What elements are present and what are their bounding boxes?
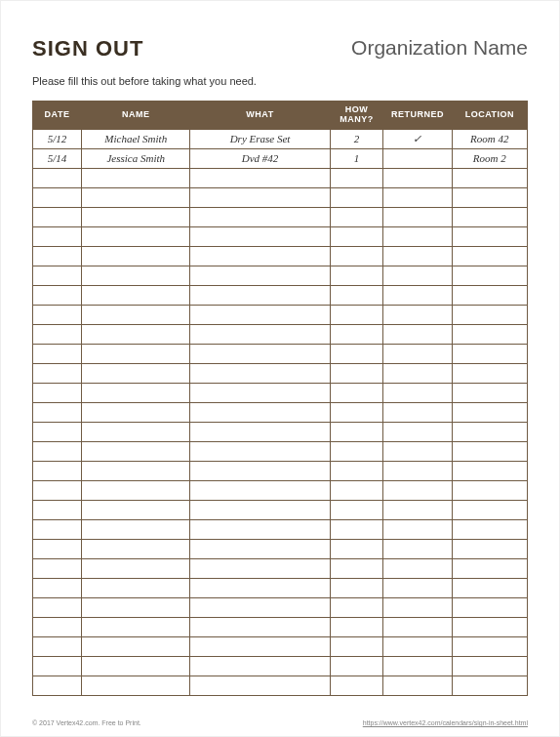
empty-cell bbox=[33, 676, 82, 695]
empty-cell bbox=[33, 187, 82, 207]
empty-cell bbox=[383, 461, 452, 480]
empty-cell bbox=[190, 344, 330, 363]
empty-cell bbox=[383, 617, 452, 636]
cell-returned bbox=[383, 148, 452, 168]
empty-cell bbox=[383, 519, 452, 539]
empty-cell bbox=[452, 578, 527, 597]
empty-cell bbox=[33, 617, 82, 636]
col-header-location: LOCATION bbox=[452, 102, 527, 130]
table-row bbox=[33, 305, 528, 324]
empty-cell bbox=[330, 266, 383, 285]
empty-cell bbox=[383, 285, 452, 305]
empty-cell bbox=[33, 363, 82, 383]
table-row bbox=[33, 500, 528, 519]
empty-cell bbox=[33, 168, 82, 187]
table-row bbox=[33, 539, 528, 558]
table-row bbox=[33, 480, 528, 500]
col-header-name: NAME bbox=[82, 102, 190, 130]
empty-cell bbox=[82, 305, 190, 324]
empty-cell bbox=[82, 676, 190, 695]
table-row bbox=[33, 422, 528, 441]
empty-cell bbox=[452, 226, 527, 246]
empty-cell bbox=[190, 383, 330, 402]
empty-cell bbox=[190, 246, 330, 266]
empty-cell bbox=[33, 226, 82, 246]
table-row bbox=[33, 519, 528, 539]
empty-cell bbox=[33, 461, 82, 480]
empty-cell bbox=[452, 422, 527, 441]
empty-cell bbox=[82, 461, 190, 480]
empty-cell bbox=[330, 344, 383, 363]
empty-cell bbox=[190, 187, 330, 207]
empty-cell bbox=[33, 305, 82, 324]
empty-cell bbox=[383, 578, 452, 597]
empty-cell bbox=[190, 441, 330, 461]
empty-cell bbox=[330, 558, 383, 578]
col-header-date: DATE bbox=[33, 102, 82, 130]
empty-cell bbox=[330, 422, 383, 441]
footer: © 2017 Vertex42.com. Free to Print. http… bbox=[32, 719, 528, 726]
empty-cell bbox=[452, 324, 527, 344]
empty-cell bbox=[452, 461, 527, 480]
empty-cell bbox=[190, 324, 330, 344]
empty-cell bbox=[33, 656, 82, 676]
empty-cell bbox=[452, 363, 527, 383]
empty-cell bbox=[82, 402, 190, 422]
empty-cell bbox=[82, 656, 190, 676]
table-row: 5/12Michael SmithDry Erase Set2✓Room 42 bbox=[33, 129, 528, 148]
empty-cell bbox=[452, 539, 527, 558]
empty-cell bbox=[330, 676, 383, 695]
empty-cell bbox=[330, 246, 383, 266]
empty-cell bbox=[330, 187, 383, 207]
empty-cell bbox=[82, 246, 190, 266]
empty-cell bbox=[190, 597, 330, 617]
empty-cell bbox=[82, 226, 190, 246]
empty-cell bbox=[330, 285, 383, 305]
empty-cell bbox=[452, 519, 527, 539]
empty-cell bbox=[190, 363, 330, 383]
table-row bbox=[33, 266, 528, 285]
empty-cell bbox=[190, 305, 330, 324]
empty-cell bbox=[33, 597, 82, 617]
empty-cell bbox=[452, 266, 527, 285]
empty-cell bbox=[190, 676, 330, 695]
empty-cell bbox=[452, 480, 527, 500]
empty-cell bbox=[330, 363, 383, 383]
empty-cell bbox=[383, 344, 452, 363]
empty-cell bbox=[33, 558, 82, 578]
header: SIGN OUT Organization Name bbox=[32, 36, 528, 61]
table-row bbox=[33, 676, 528, 695]
empty-cell bbox=[190, 168, 330, 187]
empty-cell bbox=[33, 441, 82, 461]
empty-cell bbox=[330, 207, 383, 226]
empty-cell bbox=[82, 344, 190, 363]
cell-how_many: 1 bbox=[330, 148, 383, 168]
empty-cell bbox=[330, 539, 383, 558]
empty-cell bbox=[452, 344, 527, 363]
table-row bbox=[33, 285, 528, 305]
empty-cell bbox=[33, 480, 82, 500]
cell-name: Jessica Smith bbox=[82, 148, 190, 168]
empty-cell bbox=[82, 500, 190, 519]
table-row bbox=[33, 558, 528, 578]
cell-date: 5/12 bbox=[33, 129, 82, 148]
table-body: 5/12Michael SmithDry Erase Set2✓Room 425… bbox=[33, 129, 528, 695]
empty-cell bbox=[330, 617, 383, 636]
empty-cell bbox=[452, 168, 527, 187]
empty-cell bbox=[82, 285, 190, 305]
empty-cell bbox=[82, 539, 190, 558]
col-header-howmany: HOW MANY? bbox=[330, 102, 383, 130]
empty-cell bbox=[330, 480, 383, 500]
empty-cell bbox=[330, 226, 383, 246]
cell-returned: ✓ bbox=[383, 129, 452, 148]
empty-cell bbox=[33, 344, 82, 363]
empty-cell bbox=[330, 597, 383, 617]
empty-cell bbox=[383, 168, 452, 187]
empty-cell bbox=[383, 246, 452, 266]
empty-cell bbox=[452, 402, 527, 422]
empty-cell bbox=[82, 207, 190, 226]
empty-cell bbox=[330, 305, 383, 324]
empty-cell bbox=[452, 656, 527, 676]
empty-cell bbox=[330, 461, 383, 480]
table-row bbox=[33, 187, 528, 207]
